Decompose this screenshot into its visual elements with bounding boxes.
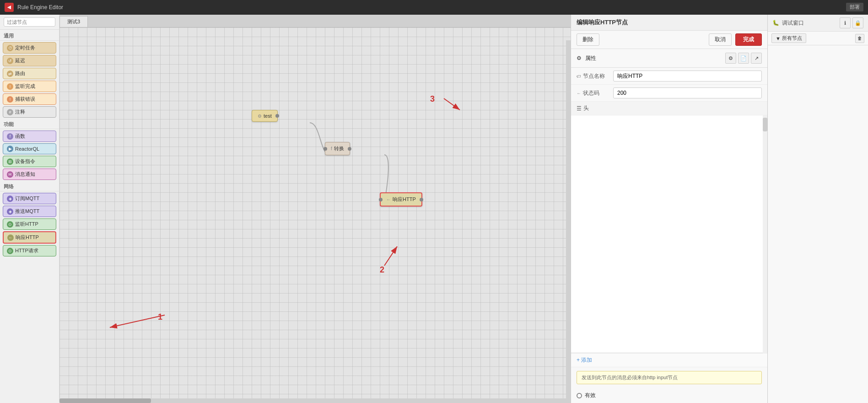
sidebar-item-device-cmd[interactable]: ⊞ 设备指令 [3,156,56,167]
sidebar-item-delay[interactable]: ↺ 延迟 [3,55,56,66]
http-listen-icon: ⊙ [7,221,13,228]
port-right-transform[interactable] [348,147,351,151]
canvas-node-transform[interactable]: f 转换 [325,142,350,155]
reactor-icon: ▶ [7,146,13,152]
svg-text:3: 3 [430,94,435,103]
editor-panel: 编辑响应HTTP节点 删除 取消 完成 ⚙ 属性 ⚙ 📄 ↗ 🏷 节点名称 [571,15,767,403]
canvas-scrollbar-h[interactable] [59,398,571,403]
sidebar-item-comment[interactable]: # 注释 [3,106,56,118]
port-left-transform[interactable] [323,147,327,151]
scrollbar-thumb-h [59,398,151,403]
canvas-node-test[interactable]: ⚙ test [252,110,278,122]
textarea-scrollbar[interactable] [763,115,767,353]
notify-label: 消息通知 [15,171,35,178]
main-layout: 通用 ⏱ 定时任务 ↺ 延迟 ⇌ 路由 ! 监听完成 ! 捕获错误 # 注释 功… [0,15,868,403]
headers-area [571,115,767,353]
func-label: 函数 [15,133,25,140]
form-row-node-name: 🏷 节点名称 [571,68,767,85]
sidebar-item-route[interactable]: ⇌ 路由 [3,68,56,79]
tab-test3[interactable]: 测试3 [59,16,88,27]
port-left-http-resp[interactable] [379,198,383,202]
canvas-area: 测试3 ⚙ test f 转换 [59,15,571,403]
device-icon: ⊞ [7,158,13,165]
notify-icon: ✉ [7,171,13,178]
reactor-label: ReactorQL [15,146,39,152]
annotation-arrow-1: 1 [59,27,571,403]
node-name-input[interactable] [613,71,762,82]
valid-label: 有效 [585,392,596,399]
app-logo: ◀ [5,3,14,12]
headers-icon: ☰ [577,105,582,112]
canvas-tabs: 测试3 [59,15,571,27]
top-right-actions: 部署 [846,3,863,11]
status-code-label: ← 状态码 [577,89,613,97]
mqtt-pub-icon: ◈ [7,208,13,215]
port-right-http-resp[interactable] [420,198,423,202]
clear-button[interactable]: 🗑 [855,34,864,43]
catch-label: 捕获错误 [15,96,35,103]
props-label: 属性 [585,54,596,62]
route-icon: ⇌ [7,71,13,77]
svg-text:1: 1 [158,312,162,321]
debug-info-btn[interactable]: ℹ [840,17,851,28]
cancel-button[interactable]: 取消 [709,33,732,46]
canvas-grid[interactable]: ⚙ test f 转换 ← 响应HTTP 1 [59,27,571,403]
left-sidebar: 通用 ⏱ 定时任务 ↺ 延迟 ⇌ 路由 ! 监听完成 ! 捕获错误 # 注释 功… [0,15,59,403]
monitor-icon: ! [7,83,13,90]
deploy-button[interactable]: 部署 [846,3,863,11]
http-req-label: HTTP请求 [15,247,38,254]
add-header-button[interactable]: + 添加 [577,357,592,363]
search-input[interactable] [4,17,55,27]
textarea-scrollbar-thumb [763,118,767,131]
headers-section-label: ☰ 头 [571,102,767,115]
sidebar-item-mqtt-sub[interactable]: ◈ 订阅MQTT [3,193,56,204]
panel-toolbar: 删除 取消 完成 [571,31,767,49]
sidebar-item-func[interactable]: f 函数 [3,131,56,142]
delete-button[interactable]: 删除 [577,33,599,46]
port-right-test[interactable] [275,114,279,118]
headers-textarea[interactable] [571,115,767,353]
catch-icon: ! [7,96,13,103]
debug-panel: 🐛 调试窗口 ℹ 🔒 ▼ 所有节点 🗑 [767,15,868,403]
props-icon-group: ⚙ 📄 ↗ [725,53,762,64]
section-function: 功能 [0,119,59,129]
sidebar-item-reactorql[interactable]: ▶ ReactorQL [3,143,56,154]
sidebar-item-http-resp[interactable]: ← 响应HTTP [3,231,56,244]
sidebar-item-http-req[interactable]: ⊙ HTTP请求 [3,245,56,256]
filter-icon: ▼ [776,36,781,41]
props-export-btn[interactable]: ↗ [751,53,762,64]
sidebar-item-notify[interactable]: ✉ 消息通知 [3,169,56,180]
canvas-node-http-resp[interactable]: ← 响应HTTP [380,192,422,207]
mqtt-sub-icon: ◈ [7,196,13,202]
svg-line-1 [110,315,165,327]
delay-icon: ↺ [7,58,13,64]
gear-icon-small: ⚙ [577,55,582,61]
done-button[interactable]: 完成 [735,33,762,46]
filter-button[interactable]: ▼ 所有节点 [771,33,806,43]
timer-label: 定时任务 [15,44,35,51]
sidebar-item-http-listen[interactable]: ⊙ 监听HTTP [3,218,56,230]
bug-icon: 🐛 [772,20,779,26]
sidebar-item-catch[interactable]: ! 捕获错误 [3,93,56,105]
status-code-input[interactable] [613,87,762,98]
props-doc-btn[interactable]: 📄 [738,53,749,64]
sidebar-item-monitor[interactable]: ! 监听完成 [3,81,56,92]
debug-title: 调试窗口 [782,19,804,27]
debug-header: 🐛 调试窗口 ℹ 🔒 [768,15,868,32]
svg-line-7 [444,98,460,110]
canvas-scrollbar-v[interactable] [566,40,571,398]
transform-node-label: 转换 [334,145,344,152]
title-bar: ◀ Rule Engine Editor 部署 [0,0,868,15]
debug-content [768,45,868,403]
valid-radio[interactable] [577,393,582,398]
debug-settings-btn[interactable]: 🔒 [852,17,863,28]
node-name-label: 🏷 节点名称 [577,72,613,80]
panel-props-row: ⚙ 属性 ⚙ 📄 ↗ [571,49,767,68]
svg-text:2: 2 [380,265,384,274]
sidebar-item-timer[interactable]: ⏱ 定时任务 [3,42,56,54]
route-label: 路由 [15,70,25,77]
mqtt-sub-label: 订阅MQTT [15,195,39,202]
props-gear-btn[interactable]: ⚙ [725,53,736,64]
sidebar-item-mqtt-pub[interactable]: ◈ 推送MQTT [3,206,56,217]
http-req-icon: ⊙ [7,248,13,254]
